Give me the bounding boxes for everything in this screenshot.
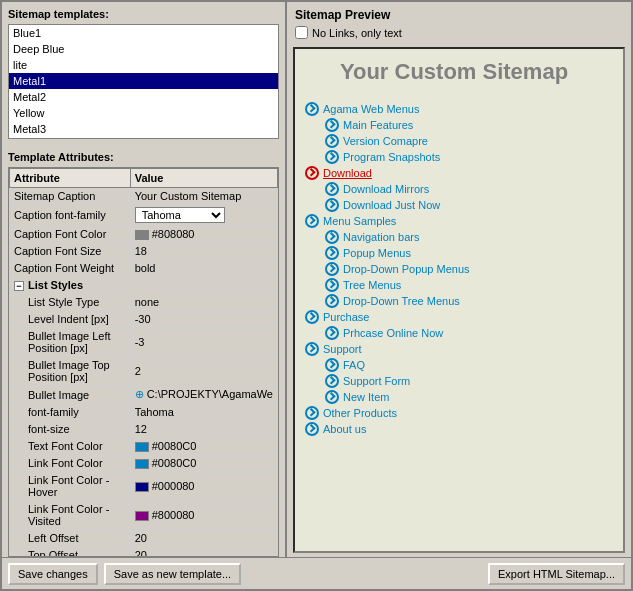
sitemap-bullet-icon (325, 230, 339, 244)
attr-value[interactable]: Tahoma (130, 205, 277, 226)
color-swatch[interactable] (135, 459, 149, 469)
attr-value: 20 (130, 530, 277, 547)
sitemap-bullet-icon (325, 182, 339, 196)
right-panel: Sitemap Preview No Links, only text Your… (287, 2, 631, 557)
list-item: Drop-Down Tree Menus (325, 293, 603, 309)
sitemap-link[interactable]: Program Snapshots (343, 151, 440, 163)
template-item[interactable]: Metal4 (9, 137, 278, 139)
table-row: Link Font Color - Visited#800080 (10, 501, 278, 530)
sitemap-bullet-icon (325, 134, 339, 148)
sitemap-link[interactable]: Other Products (323, 407, 397, 419)
template-item[interactable]: Blue1 (9, 25, 278, 41)
attributes-table: Attribute Value Sitemap CaptionYour Cust… (9, 168, 278, 557)
list-item: Support Form (325, 373, 603, 389)
attr-name: font-family (10, 404, 131, 421)
export-button[interactable]: Export HTML Sitemap... (488, 563, 625, 585)
sitemap-link[interactable]: Download (323, 167, 372, 179)
attr-name: Top Offset (10, 547, 131, 557)
sitemap-link[interactable]: Drop-Down Popup Menus (343, 263, 470, 275)
sitemap-link[interactable]: Drop-Down Tree Menus (343, 295, 460, 307)
color-swatch[interactable] (135, 482, 149, 492)
attr-name: Caption Font Color (10, 226, 131, 243)
sitemap-link[interactable]: Tree Menus (343, 279, 401, 291)
templates-section-title: Sitemap templates: (2, 2, 285, 24)
file-icon[interactable]: ⊕ (135, 388, 144, 400)
sitemap-bullet-icon (325, 118, 339, 132)
col-value: Value (130, 169, 277, 188)
font-family-select[interactable]: Tahoma (135, 207, 225, 223)
sitemap-link[interactable]: Main Features (343, 119, 413, 131)
template-item[interactable]: Metal3 (9, 121, 278, 137)
bottom-bar: Save changes Save as new template... Exp… (2, 557, 631, 589)
table-row: Caption font-familyTahoma (10, 205, 278, 226)
template-item[interactable]: Metal2 (9, 89, 278, 105)
list-item: Popup Menus (325, 245, 603, 261)
sitemap-link[interactable]: Prhcase Online Now (343, 327, 443, 339)
top-area: Sitemap templates: Blue1Deep BlueliteMet… (2, 2, 631, 557)
no-links-checkbox[interactable] (295, 26, 308, 39)
sitemap-title: Your Custom Sitemap (305, 59, 603, 85)
attr-value: 2 (130, 357, 277, 386)
sitemap-bullet-icon (325, 278, 339, 292)
attr-name: Caption font-family (10, 205, 131, 226)
preview-title: Sitemap Preview (295, 8, 623, 22)
sitemap-link[interactable]: Version Comapre (343, 135, 428, 147)
table-row: Left Offset20 (10, 530, 278, 547)
sitemap-bullet-icon (325, 358, 339, 372)
sitemap-preview-content: Your Custom Sitemap Agama Web MenusMain … (295, 49, 623, 447)
preview-area[interactable]: Your Custom Sitemap Agama Web MenusMain … (293, 47, 625, 553)
sitemap-link[interactable]: Navigation bars (343, 231, 419, 243)
table-row: Text Font Color#0080C0 (10, 438, 278, 455)
templates-list[interactable]: Blue1Deep BlueliteMetal1Metal2YellowMeta… (8, 24, 279, 139)
sitemap-link[interactable]: Download Just Now (343, 199, 440, 211)
attr-value: -30 (130, 311, 277, 328)
attr-value: Your Custom Sitemap (130, 188, 277, 205)
sitemap-bullet-icon (305, 422, 319, 436)
attr-name: Link Font Color - Visited (10, 501, 131, 530)
list-item: Program Snapshots (325, 149, 603, 165)
color-swatch[interactable] (135, 230, 149, 240)
sitemap-bullet-icon (325, 374, 339, 388)
sitemap-bullet-icon (325, 198, 339, 212)
group-header-list-styles[interactable]: −List Styles (10, 277, 278, 294)
sitemap-link[interactable]: Agama Web Menus (323, 103, 419, 115)
sitemap-bullet-icon (325, 294, 339, 308)
list-item: Purchase (305, 309, 603, 325)
color-swatch[interactable] (135, 511, 149, 521)
sitemap-link[interactable]: Download Mirrors (343, 183, 429, 195)
table-row: font-size12 (10, 421, 278, 438)
save-button[interactable]: Save changes (8, 563, 98, 585)
expand-list-styles-icon[interactable]: − (14, 281, 24, 291)
attr-name: Link Font Color - Hover (10, 472, 131, 501)
sitemap-bullet-icon (305, 102, 319, 116)
table-row: Bullet Image⊕C:\PROJEKTY\AgamaWe (10, 386, 278, 404)
sitemap-link[interactable]: Support Form (343, 375, 410, 387)
template-item[interactable]: Metal1 (9, 73, 278, 89)
sitemap-link[interactable]: Support (323, 343, 362, 355)
attr-value: #800080 (130, 501, 277, 530)
list-item: Download (305, 165, 603, 181)
attr-name: Bullet Image (10, 386, 131, 404)
template-item[interactable]: Yellow (9, 105, 278, 121)
template-item[interactable]: lite (9, 57, 278, 73)
list-item: About us (305, 421, 603, 437)
sitemap-link[interactable]: FAQ (343, 359, 365, 371)
sitemap-link[interactable]: About us (323, 423, 366, 435)
template-item[interactable]: Deep Blue (9, 41, 278, 57)
list-item: FAQ (325, 357, 603, 373)
attr-value[interactable]: #808080 (130, 226, 277, 243)
sitemap-link[interactable]: Purchase (323, 311, 369, 323)
list-item: Version Comapre (325, 133, 603, 149)
attributes-table-wrapper[interactable]: Attribute Value Sitemap CaptionYour Cust… (8, 167, 279, 557)
attr-name: Caption Font Weight (10, 260, 131, 277)
save-new-button[interactable]: Save as new template... (104, 563, 241, 585)
table-row: Level Indent [px]-30 (10, 311, 278, 328)
sitemap-link[interactable]: New Item (343, 391, 389, 403)
table-row: Top Offset20 (10, 547, 278, 557)
sitemap-link[interactable]: Menu Samples (323, 215, 396, 227)
attr-value: none (130, 294, 277, 311)
attr-name: List Style Type (10, 294, 131, 311)
attr-value: 20 (130, 547, 277, 557)
color-swatch[interactable] (135, 442, 149, 452)
sitemap-link[interactable]: Popup Menus (343, 247, 411, 259)
